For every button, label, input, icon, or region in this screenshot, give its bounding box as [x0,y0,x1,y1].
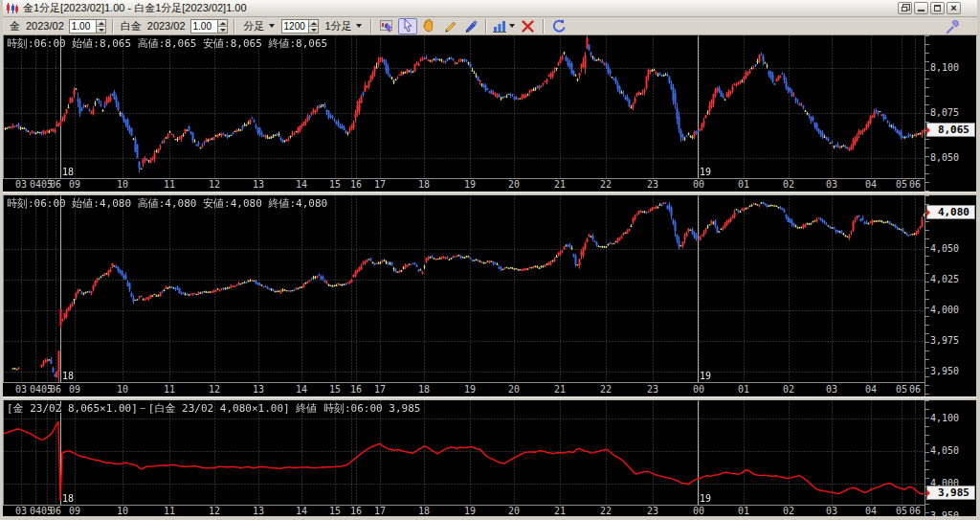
hour-label: 13 [253,384,264,395]
axis-tick-strip [925,35,929,192]
hour-label: 22 [600,384,612,395]
bar-count-arrows[interactable] [308,19,319,34]
hour-label: 15 [329,179,341,190]
bar-count-spinner[interactable]: 1200 [281,19,319,34]
hour-label: 19 [464,179,476,190]
hour-label: 03 [15,506,27,516]
hour-label: 06 [50,384,61,395]
hour-label: 15 [329,506,341,516]
platinum-price-axis: 4,0504,0254,0003,9753,9503,9254,080 [924,195,976,396]
platinum-chart-canvas[interactable] [3,195,924,383]
hour-label: 23 [647,506,658,516]
date-label: 18 [62,371,74,381]
hand-icon [421,18,436,34]
hour-label: 06 [909,506,921,516]
hour-label: 14 [296,179,307,190]
hour-label: 10 [117,384,128,395]
fountain-pen-icon [463,18,479,34]
hour-label: 21 [554,179,566,190]
current-price-box: 8,065 [926,123,975,137]
spread-chart-canvas[interactable] [3,400,924,506]
gold-multiplier-arrows[interactable] [96,19,106,34]
hour-label: 00 [693,506,704,516]
pencil-draw-tool-button[interactable] [440,18,459,34]
hour-label: 01 [738,506,749,516]
hour-label: 04 [30,179,41,190]
bar-count-value[interactable]: 1200 [281,19,308,34]
bar-interval-label: 1分足 [325,19,352,34]
toolbar-separator [370,19,372,34]
fountain-pen-tool-button[interactable] [461,18,480,34]
hour-label: 18 [418,179,430,190]
select-arrow-tool-button[interactable] [398,18,417,34]
hour-label: 03 [826,506,837,516]
price-tick-label: 4,000 [930,305,959,315]
hour-label: 16 [350,179,362,190]
hour-label: 06 [50,506,61,516]
refresh-icon [551,18,567,34]
hour-label: 19 [464,506,476,516]
hour-label: 10 [117,506,128,516]
axis-tick-strip [925,195,929,396]
refresh-button[interactable] [549,18,568,34]
select-arrow-icon [400,18,415,34]
hour-label: 05 [896,506,907,516]
hour-label: 04 [865,384,877,395]
hour-label: 09 [69,506,80,516]
platinum-multiplier-spinner[interactable]: 1.00 [190,19,228,34]
gold-multiplier-spinner[interactable]: 1.00 [69,19,106,34]
hour-label: 03 [15,384,27,395]
bar-interval-dropdown[interactable]: 1分足 [323,18,364,34]
hour-label: 16 [350,506,362,516]
close-button[interactable]: × [947,2,961,14]
hour-label: 11 [164,179,175,190]
restore-window-button[interactable] [898,2,912,14]
gold-symbol-label: 金 [10,19,20,34]
hour-label: 00 [693,384,704,395]
maximize-button[interactable] [930,2,945,14]
hour-label: 13 [253,179,264,190]
hour-label: 22 [600,179,612,190]
date-label: 19 [700,371,711,381]
chart-application-window: 金1分足[2023/02]1.00 - 白金1分足[2023/02]1.00 ×… [0,0,980,520]
hand-pan-tool-button[interactable] [419,18,438,34]
hour-label: 03 [826,384,837,395]
hour-label: 01 [738,179,749,190]
hour-label: 04 [30,384,41,395]
title-bar: 金1分足[2023/02]1.00 - 白金1分足[2023/02]1.00 × [3,0,977,17]
minimize-button[interactable] [914,2,928,14]
price-tick-label: 8,075 [930,107,959,118]
toolbar: 金 2023/02 1.00 白金 2023/02 1.00 分足 1200 1… [3,17,977,35]
platinum-multiplier-arrows[interactable] [217,19,228,34]
gold-chart-canvas[interactable] [3,35,924,179]
delete-indicator-button[interactable] [519,18,538,34]
hour-label: 15 [329,384,341,395]
kline-cursor-tool-button[interactable] [377,18,396,34]
hour-label: 20 [508,506,520,516]
settings-wrench-button[interactable] [942,19,961,35]
hour-label: 12 [209,179,220,190]
toolbar-separator [543,19,545,34]
hour-label: 10 [117,179,128,190]
platinum-multiplier-value[interactable]: 1.00 [190,19,217,34]
price-tick-label: 4,050 [930,243,959,254]
gold-price-axis: 8,1008,0758,0508,065 [924,35,976,192]
spread-info-line: [金 23/02 8,065×1.00]－[白金 23/02 4,080×1.0… [7,401,420,416]
hour-label: 18 [418,506,430,516]
hour-label: 23 [647,384,658,395]
platinum-info-line: 時刻:06:00 始値:4,080 高値:4,080 安値:4,080 終値:4… [7,196,327,211]
hour-label: 04 [30,506,41,516]
hour-label: 11 [164,506,175,516]
toolbar-separator [485,19,487,34]
platinum-time-axis: 0304050609101112131415161718192021222300… [3,384,924,396]
gold-info-line: 時刻:06:00 始値:8,065 高値:8,065 安値:8,065 終値:8… [7,36,327,51]
price-tick-label: 3,950 [930,366,959,376]
gold-multiplier-value[interactable]: 1.00 [69,19,96,34]
bar-type-dropdown[interactable]: 分足 [242,18,277,34]
date-label: 19 [700,167,711,177]
axis-tick-strip [925,400,929,518]
hour-label: 02 [783,384,794,395]
current-price-box: 4,080 [926,205,975,219]
delete-x-icon [521,19,535,34]
chart-style-dropdown-button[interactable] [492,18,517,34]
